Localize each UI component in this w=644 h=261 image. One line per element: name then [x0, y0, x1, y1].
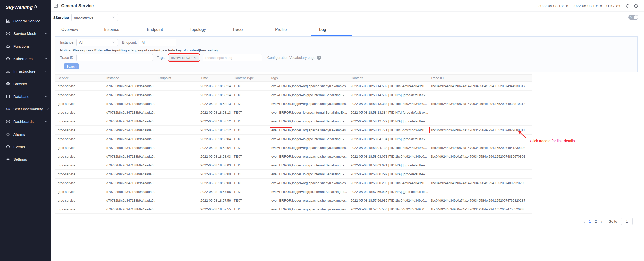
tag-logger: ,logger=org.apache.shenyu.examples... — [291, 199, 348, 202]
table-row[interactable]: grpc-service d70782b8c2d347138b9a4aada0.… — [55, 82, 532, 91]
cell-trace-id[interactable]: 1bc04d9244d349c0a74a14709349584e.294.165… — [428, 82, 532, 91]
tag-level: level=ERROR — [271, 137, 291, 141]
sidebar-item-service-mesh[interactable]: Service Mesh — [0, 27, 51, 40]
remove-tag-icon[interactable]: × — [193, 56, 197, 59]
tag-chip[interactable]: level=ERROR × — [169, 55, 199, 61]
table-row[interactable]: grpc-service d70782b8c2d347138b9a4aada0.… — [55, 99, 532, 108]
cell-trace-id[interactable] — [428, 135, 532, 143]
cell-trace-id[interactable] — [428, 91, 532, 99]
cell-trace-id[interactable]: 1bc04d9244d349c0a74a14709349584e.294.165… — [428, 143, 532, 152]
sidebar-item-database[interactable]: Database — [0, 90, 51, 103]
tag-logger: ,logger=org.apache.shenyu.examples... — [291, 102, 348, 106]
pagination-prev-icon[interactable]: ‹ — [583, 219, 585, 224]
cell-trace-id[interactable]: 1bc04d9244d349c0a74a14709349584e.294.165… — [428, 152, 532, 161]
auto-refresh-clock-icon[interactable] — [634, 4, 638, 8]
table-row[interactable]: grpc-service d70782b8c2d347138b9a4aada0.… — [55, 179, 532, 187]
pagination-next-icon[interactable]: › — [601, 219, 602, 224]
time-range[interactable]: 2022-05-08 18:18 ~ 2022-05-08 19:18 — [538, 4, 602, 8]
cell-instance: d70782b8c2d347138b9a4aada0... — [104, 152, 155, 161]
cell-trace-id[interactable]: 1bc04d9244d349c0a74a14709349584e.294.165… — [428, 196, 532, 205]
cell-endpoint — [155, 108, 198, 117]
cell-service: grpc-service — [55, 126, 104, 135]
pagination-page-2[interactable]: 2 — [595, 219, 597, 223]
sidebar-item-alarms[interactable]: Alarms — [0, 128, 51, 140]
table-row[interactable]: grpc-service d70782b8c2d347138b9a4aada0.… — [55, 187, 532, 196]
service-bar: $Service grpc-service V — [51, 12, 644, 23]
cell-trace-id[interactable]: 1bc04d9244d349c0a74a14709349584e.294.165… — [428, 205, 532, 214]
pagination-page-1[interactable]: 1 — [589, 219, 591, 223]
goto-label: Go to — [609, 219, 617, 223]
timezone[interactable]: UTC+8:0 — [606, 4, 621, 8]
layout-list-icon[interactable] — [53, 3, 58, 8]
sidebar-item-kubernetes[interactable]: Kubernetes — [0, 52, 51, 65]
tab-instance[interactable]: Instance — [98, 23, 140, 36]
tab-trace[interactable]: Trace — [226, 23, 269, 36]
cell-trace-id[interactable] — [428, 170, 532, 179]
tab-overview[interactable]: Overview — [55, 23, 98, 36]
tab-profile[interactable]: Profile — [269, 23, 311, 36]
table-row[interactable]: grpc-service d70782b8c2d347138b9a4aada0.… — [55, 161, 532, 170]
table-row[interactable]: grpc-service d70782b8c2d347138b9a4aada0.… — [55, 196, 532, 205]
cell-trace-id[interactable] — [428, 187, 532, 196]
tab-topology[interactable]: Topology — [183, 23, 226, 36]
trace-id-filter-label: Trace ID: — [60, 56, 74, 60]
cell-trace-id[interactable]: 1bc04d9244d349c0a74a14709349584e.294.165… — [428, 99, 532, 108]
cell-instance: d70782b8c2d347138b9a4aada0... — [104, 135, 155, 143]
endpoint-input[interactable] — [139, 39, 176, 46]
vocabulary-link[interactable]: Configuration Vocabulary page ? — [267, 56, 321, 60]
sidebar-item-general-service[interactable]: General Service — [0, 15, 51, 27]
tag-logger: ,logger=org.apache.shenyu.examples... — [291, 155, 348, 158]
help-icon[interactable]: ? — [317, 56, 321, 60]
cell-endpoint — [155, 170, 198, 179]
sidebar-item-settings[interactable]: Settings — [0, 153, 51, 165]
cell-time: 2022-05-08 18:58:12 — [198, 126, 231, 135]
cell-content: 2022-05-08 18:58:13.384 [TID:N/A] [grpc-… — [348, 108, 428, 117]
cell-content-type: TEXT — [231, 152, 268, 161]
cell-trace-id[interactable] — [428, 108, 532, 117]
table-row[interactable]: grpc-service d70782b8c2d347138b9a4aada0.… — [55, 126, 532, 135]
cell-service: grpc-service — [55, 205, 104, 214]
cell-service: grpc-service — [55, 99, 104, 108]
grid-icon — [6, 119, 10, 124]
cell-instance: d70782b8c2d347138b9a4aada0... — [104, 196, 155, 205]
sidebar-item-dashboards[interactable]: Dashboards — [0, 115, 51, 128]
service-select[interactable]: grpc-service — [71, 14, 118, 21]
version-toggle[interactable]: V — [628, 15, 638, 20]
sidebar-item-infrastructure[interactable]: Infrastructure — [0, 65, 51, 77]
table-row[interactable]: grpc-service d70782b8c2d347138b9a4aada0.… — [55, 108, 532, 117]
refresh-icon[interactable] — [625, 4, 630, 8]
sidebar-item-self-observability[interactable]: Sw Self Observability — [0, 103, 51, 115]
table-row[interactable]: grpc-service d70782b8c2d347138b9a4aada0.… — [55, 143, 532, 152]
table-row[interactable]: grpc-service d70782b8c2d347138b9a4aada0.… — [55, 117, 532, 126]
tag-logger: ,logger=io.grpc.internal.SerializingEx..… — [291, 190, 347, 194]
tag-input[interactable] — [203, 54, 262, 61]
table-row[interactable]: grpc-service d70782b8c2d347138b9a4aada0.… — [55, 170, 532, 179]
sidebar-item-events[interactable]: Events — [0, 140, 51, 153]
instance-select[interactable]: All — [76, 39, 118, 46]
cell-tags: level=ERROR,logger=io.grpc.internal.Seri… — [268, 161, 348, 170]
skywalking-logo[interactable]: SkyWalking — [0, 0, 51, 15]
table-row[interactable]: grpc-service d70782b8c2d347138b9a4aada0.… — [55, 91, 532, 99]
goto-page-input[interactable] — [621, 218, 633, 225]
trace-id-value: 1bc04d9244d349c0a74a14709349584e.294.165… — [431, 84, 525, 88]
sidebar-item-label: Alarms — [13, 132, 25, 136]
sidebar-item-browser[interactable]: Browser — [0, 77, 51, 90]
column-header-tags: Tags — [268, 75, 348, 82]
table-row[interactable]: grpc-service d70782b8c2d347138b9a4aada0.… — [55, 135, 532, 143]
cell-tags: level=ERROR,logger=org.apache.shenyu.exa… — [268, 99, 348, 108]
cell-content-type: TEXT — [231, 179, 268, 187]
sidebar-item-functions[interactable]: Functions — [0, 40, 51, 52]
search-button[interactable]: Search — [64, 63, 79, 69]
cell-content-type: TEXT — [231, 143, 268, 152]
cell-trace-id[interactable] — [428, 161, 532, 170]
table-row[interactable]: grpc-service d70782b8c2d347138b9a4aada0.… — [55, 205, 532, 214]
cell-instance: d70782b8c2d347138b9a4aada0... — [104, 179, 155, 187]
tag-level: level=ERROR — [271, 172, 291, 176]
tab-endpoint[interactable]: Endpoint — [140, 23, 183, 36]
table-row[interactable]: grpc-service d70782b8c2d347138b9a4aada0.… — [55, 152, 532, 161]
trace-id-input[interactable] — [76, 54, 153, 61]
cell-trace-id[interactable] — [428, 117, 532, 126]
cell-trace-id[interactable]: 1bc04d9244d349c0a74a14709349584e.294.165… — [428, 126, 532, 135]
tab-log[interactable]: Log — [311, 23, 354, 36]
cell-trace-id[interactable]: 1bc04d9244d349c0a74a14709349584e.294.165… — [428, 179, 532, 187]
